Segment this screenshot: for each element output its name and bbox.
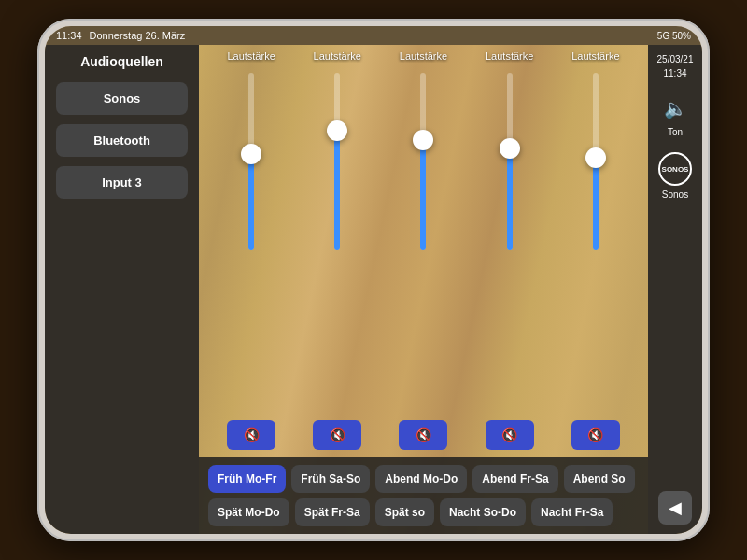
right-panel-date: 25/03/21 [657,54,694,64]
schedule-btn-nacht-so-do[interactable]: Nacht So-Do [440,498,526,526]
app-container: Audioquellen Sonos Bluetooth Input 3 Lau… [45,45,702,534]
slider-2[interactable] [309,65,365,252]
main-content: Lautstärke Lautstärke Lautstärke Lautstä… [199,45,648,534]
mute-btn-3[interactable]: 🔇 [399,420,447,450]
mute-btn-4[interactable]: 🔇 [486,420,534,450]
slider-label-2: Lautstärke [309,50,365,62]
back-icon: ◀ [669,497,682,518]
slider-fill-3 [420,135,426,251]
mute-buttons-row: 🔇 🔇 🔇 🔇 🔇 [199,416,648,457]
slider-track-5 [593,73,599,250]
slider-track-1 [248,73,254,250]
slider-track-4 [507,73,513,250]
status-signal: 5G [657,31,669,41]
schedule-btn-spat-mo-do[interactable]: Spät Mo-Do [208,498,289,526]
schedule-row-1: Früh Mo-Fr Früh Sa-So Abend Mo-Do Abend … [208,465,639,493]
schedule-btn-abend-mo-do[interactable]: Abend Mo-Do [375,465,467,493]
back-button[interactable]: ◀ [658,491,692,525]
right-panel-top: 25/03/21 11:34 [657,54,694,78]
sliders-header: Lautstärke Lautstärke Lautstärke Lautstä… [199,45,648,62]
schedule-btn-spat-so[interactable]: Spät so [375,498,434,526]
mute-btn-2[interactable]: 🔇 [313,420,361,450]
slider-5[interactable] [568,65,624,252]
slider-thumb-3[interactable] [413,130,433,150]
mute-btn-5[interactable]: 🔇 [571,420,620,450]
schedule-row-2: Spät Mo-Do Spät Fr-Sa Spät so Nacht So-D… [208,498,639,526]
mute-btn-1[interactable]: 🔇 [227,420,275,450]
status-bar: 11:34 Donnerstag 26. März 5G 50% [45,26,702,45]
slider-label-1: Lautstärke [223,50,279,62]
sonos-label: Sonos [662,189,688,200]
slider-thumb-4[interactable] [500,138,520,159]
right-panel-time: 11:34 [663,68,686,78]
slider-fill-4 [507,144,513,250]
source-btn-bluetooth[interactable]: Bluetooth [56,124,188,157]
ipad-screen: 11:34 Donnerstag 26. März 5G 50% Audioqu… [45,26,702,534]
volume-icon[interactable]: 🔈 [660,93,690,123]
slider-thumb-1[interactable] [241,144,261,164]
slider-fill-2 [334,126,340,250]
schedule-btn-fruh-mo-fr[interactable]: Früh Mo-Fr [208,465,286,493]
sidebar-title: Audioquellen [56,54,188,69]
sliders-section: Lautstärke Lautstärke Lautstärke Lautstä… [199,45,648,457]
status-time: 11:34 [56,30,82,41]
schedule-btn-abend-fr-sa[interactable]: Abend Fr-Sa [472,465,557,493]
slider-label-5: Lautstärke [568,50,624,62]
schedule-section: Früh Mo-Fr Früh Sa-So Abend Mo-Do Abend … [199,457,648,534]
slider-thumb-5[interactable] [585,147,606,168]
left-sidebar: Audioquellen Sonos Bluetooth Input 3 [45,45,199,534]
slider-thumb-2[interactable] [327,120,347,141]
ipad-frame: 11:34 Donnerstag 26. März 5G 50% Audioqu… [37,19,710,541]
schedule-btn-fruh-sa-so[interactable]: Früh Sa-So [291,465,370,493]
status-battery: 50% [672,31,691,41]
right-panel: 25/03/21 11:34 🔈 Ton SONOS Sonos ◀ [648,45,702,534]
slider-fill-1 [248,153,254,251]
slider-1[interactable] [223,65,279,252]
slider-track-3 [420,73,426,250]
slider-3[interactable] [395,65,451,252]
status-date: Donnerstag 26. März [90,30,186,41]
slider-label-3: Lautstärke [395,50,451,62]
slider-track-2 [334,73,340,250]
ton-label: Ton [668,127,683,137]
slider-4[interactable] [482,65,538,252]
sliders-row [199,62,648,416]
sonos-circle[interactable]: SONOS [658,152,692,186]
slider-label-4: Lautstärke [482,50,538,62]
schedule-btn-abend-so[interactable]: Abend So [564,465,635,493]
source-btn-input3[interactable]: Input 3 [56,166,188,199]
schedule-btn-nacht-fr-sa[interactable]: Nacht Fr-Sa [531,498,613,526]
schedule-btn-spat-fr-sa[interactable]: Spät Fr-Sa [295,498,370,526]
source-btn-sonos[interactable]: Sonos [56,82,188,115]
